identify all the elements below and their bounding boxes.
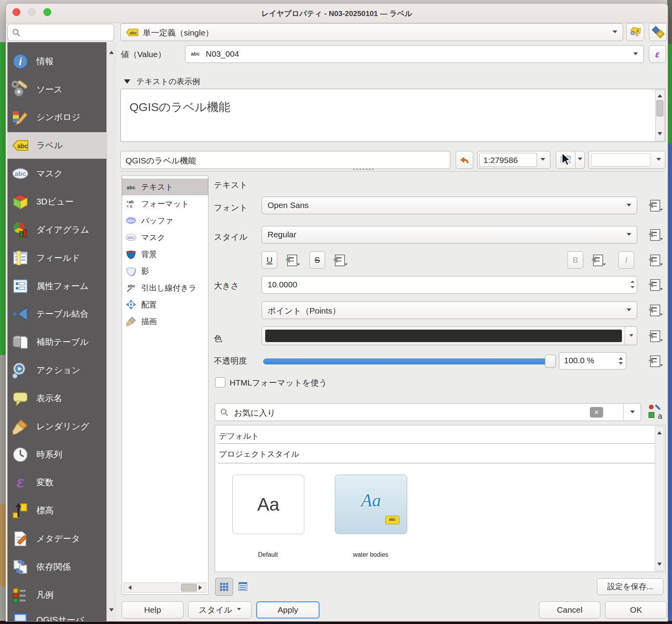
scroll-down-icon[interactable] <box>109 608 114 614</box>
scroll-right-icon[interactable] <box>199 585 204 590</box>
scale-value-field[interactable]: 1:279586 <box>479 153 537 167</box>
style-card-water-bodies[interactable]: Aa abc <box>335 475 407 534</box>
style-menu-button[interactable]: スタイル <box>188 601 252 619</box>
color-data-defined-button[interactable] <box>645 328 665 344</box>
sidebar-item-joins[interactable]: テーブル結合 <box>7 301 106 327</box>
size-unit-combo[interactable]: ポイント（Points） <box>262 301 637 319</box>
scroll-down-icon[interactable] <box>657 563 662 568</box>
scrollbar-thumb[interactable] <box>181 584 197 592</box>
underline-data-defined-button[interactable] <box>282 252 302 269</box>
opacity-slider-track[interactable] <box>263 359 554 364</box>
italic-data-defined-button[interactable] <box>645 252 665 269</box>
clear-search-icon[interactable]: ✕ <box>590 407 603 418</box>
sidebar-item-3d-view[interactable]: 3Dビュー <box>7 188 106 215</box>
style-card-default[interactable]: Aa <box>232 475 304 534</box>
preview-scale-combo[interactable]: 1:279586 <box>477 151 550 169</box>
tab-buffer[interactable]: abc バッファ <box>122 213 208 228</box>
icon-view-button[interactable] <box>215 578 233 596</box>
sidebar-item-diagrams[interactable]: ダイアグラム <box>7 217 106 243</box>
opacity-slider-handle[interactable] <box>545 355 556 368</box>
splitter-handle[interactable] <box>352 168 374 170</box>
tab-shadow[interactable]: 影 <box>122 263 208 279</box>
tab-text[interactable]: abc テキスト <box>122 179 208 195</box>
tab-callouts[interactable]: abc 引出し線付きラ <box>122 280 208 296</box>
sidebar-item-symbology[interactable]: シンボロジ <box>7 104 106 131</box>
size-data-defined-button[interactable] <box>645 277 665 293</box>
tab-rendering[interactable]: 描画 <box>122 314 208 329</box>
spin-down-icon[interactable] <box>631 286 634 290</box>
size-unit-data-defined-button[interactable] <box>645 302 665 319</box>
html-format-checkbox[interactable] <box>215 377 225 387</box>
scroll-left-icon[interactable] <box>126 585 131 590</box>
expression-builder-button[interactable]: ε <box>649 45 666 63</box>
sidebar-item-fields[interactable]: フィールド <box>7 245 106 271</box>
sidebar-search-input[interactable] <box>7 24 114 41</box>
reset-preview-button[interactable] <box>456 151 473 169</box>
scrollbar-thumb[interactable] <box>656 100 663 117</box>
list-view-button[interactable] <box>235 579 251 594</box>
spin-down-icon[interactable] <box>619 362 623 367</box>
sidebar-item-qgis-server[interactable]: QGISサーバ <box>7 607 106 621</box>
save-settings-button[interactable]: 設定を保存... <box>597 578 663 595</box>
style-search-input[interactable]: お気に入り ✕ <box>215 403 641 421</box>
style-manager-icon[interactable]: a <box>648 404 663 421</box>
style-combo[interactable]: Regular <box>262 226 637 244</box>
cancel-button[interactable]: Cancel <box>539 601 600 619</box>
underline-button[interactable]: U <box>262 251 277 269</box>
sidebar-item-elevation[interactable]: 標高 <box>7 497 106 524</box>
scroll-down-icon[interactable] <box>658 132 662 138</box>
tab-background[interactable]: 背景 <box>122 246 208 262</box>
scroll-up-icon[interactable] <box>109 48 114 54</box>
sidebar-item-source[interactable]: ソース <box>7 76 106 103</box>
spin-up-icon[interactable] <box>631 279 634 283</box>
bold-button[interactable]: B <box>568 251 583 269</box>
tab-formatting[interactable]: +ab< c フォーマット <box>122 196 208 212</box>
tab-list-hscrollbar[interactable] <box>124 583 207 593</box>
scale-tool-menu-button[interactable] <box>575 151 585 169</box>
preview-scrollbar[interactable] <box>655 90 665 141</box>
sidebar-item-temporal[interactable]: 時系列 <box>7 441 106 468</box>
sidebar-item-display-name[interactable]: 表示名 <box>7 385 106 412</box>
scroll-up-icon[interactable] <box>658 92 662 97</box>
titlebar[interactable]: レイヤプロパティ - N03-20250101 — ラベル <box>6 4 668 23</box>
opacity-data-defined-button[interactable] <box>645 353 665 369</box>
bold-data-defined-button[interactable] <box>588 252 608 269</box>
tab-mask[interactable]: abc マスク <box>122 230 208 245</box>
sidebar-item-attributes-form[interactable]: 属性フォーム <box>7 273 106 299</box>
label-settings-button[interactable]: a <box>626 23 644 41</box>
collapse-triangle-icon[interactable] <box>124 79 130 87</box>
sidebar-item-masks[interactable]: abc マスク <box>7 160 106 187</box>
ok-button[interactable]: OK <box>605 601 667 619</box>
tab-placement[interactable]: 配置 <box>122 297 208 312</box>
preview-background-color-combo[interactable] <box>588 151 665 169</box>
help-button[interactable]: Help <box>122 601 183 619</box>
font-data-defined-button[interactable] <box>645 197 665 214</box>
strikethrough-button[interactable]: S <box>309 251 325 269</box>
style-gallery-scrollbar[interactable] <box>655 426 664 571</box>
scroll-up-icon[interactable] <box>657 429 662 434</box>
value-combo[interactable]: abc N03_004 <box>185 45 644 63</box>
sidebar-item-actions[interactable]: アクション <box>7 357 106 384</box>
font-combo[interactable]: Open Sans <box>262 197 637 214</box>
text-color-button[interactable] <box>262 326 637 345</box>
splitter-line[interactable] <box>120 171 665 172</box>
automated-placement-button[interactable] <box>649 23 667 41</box>
sidebar-item-information[interactable]: i 情報 <box>7 48 106 75</box>
strikethrough-data-defined-button[interactable] <box>330 252 350 269</box>
size-spinbox[interactable]: 10.0000 <box>262 276 637 294</box>
sidebar-item-metadata[interactable]: メタデータ <box>7 525 106 552</box>
sidebar-item-auxiliary-storage[interactable]: 補助テーブル <box>7 329 106 355</box>
sidebar-item-legend[interactable]: 凡例 <box>7 582 106 608</box>
apply-button[interactable]: Apply <box>256 601 320 619</box>
label-mode-combo[interactable]: abc 単一定義（single） <box>120 23 623 41</box>
spin-up-icon[interactable] <box>619 355 623 360</box>
sidebar-item-rendering[interactable]: レンダリング <box>7 413 106 440</box>
sidebar-scrollbar[interactable] <box>106 42 117 621</box>
italic-button[interactable]: I <box>618 251 634 269</box>
sidebar-item-labels[interactable]: abc ラベル <box>7 132 106 159</box>
opacity-spinbox[interactable]: 100.0 % <box>559 352 626 369</box>
style-data-defined-button[interactable] <box>645 227 665 243</box>
sidebar-item-variables[interactable]: ε 変数 <box>7 469 106 496</box>
sidebar-item-dependencies[interactable]: 依存関係 <box>7 554 106 580</box>
preview-text-input[interactable]: QGISのラベル機能 <box>120 151 450 169</box>
